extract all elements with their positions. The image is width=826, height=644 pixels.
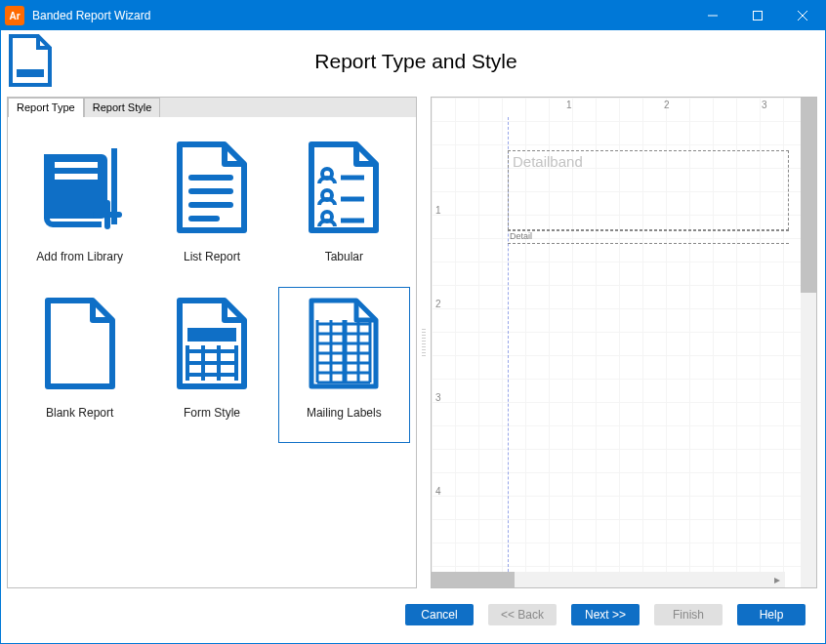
ruler-h-tick: 2: [664, 100, 670, 110]
tabs: Report Type Report Style: [8, 98, 416, 117]
tile-list-doc[interactable]: List Report: [145, 131, 277, 287]
help-button[interactable]: Help: [737, 604, 805, 625]
hscroll-right-arrow[interactable]: ▸: [769, 572, 785, 587]
tab-report-type[interactable]: Report Type: [8, 98, 84, 117]
form-doc-icon: [174, 289, 250, 398]
svg-rect-6: [55, 174, 98, 180]
left-pane: Report Type Report Style Add from Librar…: [7, 97, 417, 588]
tile-blank-doc[interactable]: Blank Report: [14, 287, 145, 443]
tile-label: Mailing Labels: [307, 406, 382, 420]
preview-pane: 1 2 3 1 2 3 4 Detailband Detail ▸: [431, 97, 817, 588]
ruler-h-tick: 1: [566, 100, 572, 110]
detail-row[interactable]: Detail: [508, 230, 789, 244]
next-button[interactable]: Next >>: [571, 604, 640, 625]
ruler-v-tick: 3: [435, 392, 441, 403]
titlebar: Ar Banded Report Wizard: [1, 1, 825, 30]
grid-doc-icon: [306, 289, 382, 398]
ruler-v-tick: 4: [435, 486, 441, 497]
vertical-scrollbar[interactable]: [801, 98, 816, 587]
tile-profile-doc[interactable]: Tabular: [278, 131, 410, 287]
finish-button[interactable]: Finish: [654, 604, 723, 625]
vscroll-thumb[interactable]: [801, 98, 816, 293]
list-doc-icon: [174, 133, 250, 242]
app-badge: Ar: [5, 6, 24, 25]
tile-form-doc[interactable]: Form Style: [145, 287, 277, 443]
blank-doc-icon: [42, 289, 118, 398]
tile-label: Add from Library: [36, 250, 123, 263]
ruler-horizontal: 1 2 3: [469, 98, 801, 117]
profile-doc-icon: [306, 133, 382, 242]
horizontal-scrollbar[interactable]: ▸: [432, 572, 785, 587]
wizard-icon: [7, 34, 54, 90]
tile-label: List Report: [184, 250, 240, 263]
tile-grid: Add from LibraryList ReportTabularBlank …: [8, 117, 416, 587]
header: Report Type and Style: [1, 30, 825, 93]
back-button[interactable]: << Back: [488, 604, 557, 625]
ruler-v-tick: 1: [435, 205, 441, 216]
close-button[interactable]: [780, 1, 825, 30]
ruler-v-tick: 2: [435, 299, 441, 309]
hscroll-thumb[interactable]: [432, 572, 515, 587]
svg-rect-19: [187, 328, 236, 342]
splitter[interactable]: [417, 97, 431, 588]
minimize-button[interactable]: [690, 1, 735, 30]
tile-book-plus[interactable]: Add from Library: [14, 131, 145, 287]
book-plus-icon: [35, 133, 125, 242]
tile-label: Form Style: [184, 406, 240, 420]
ruler-h-tick: 3: [762, 100, 767, 110]
page-title: Report Type and Style: [65, 50, 815, 73]
svg-rect-1: [754, 12, 763, 20]
tab-report-style[interactable]: Report Style: [84, 98, 161, 117]
detailband-label: Detailband: [513, 153, 583, 170]
detailband-region[interactable]: Detailband: [508, 150, 789, 230]
tile-grid-doc[interactable]: Mailing Labels: [278, 287, 410, 443]
svg-rect-5: [55, 162, 98, 168]
tile-label: Blank Report: [46, 406, 113, 420]
svg-rect-4: [17, 69, 44, 77]
window-title: Banded Report Wizard: [32, 9, 690, 22]
tile-label: Tabular: [325, 250, 363, 263]
preview-canvas: 1 2 3 1 2 3 4 Detailband Detail ▸: [432, 98, 801, 587]
footer: Cancel << Back Next >> Finish Help: [1, 594, 825, 635]
cancel-button[interactable]: Cancel: [405, 604, 474, 625]
maximize-button[interactable]: [735, 1, 780, 30]
content: Report Type Report Style Add from Librar…: [1, 93, 825, 594]
